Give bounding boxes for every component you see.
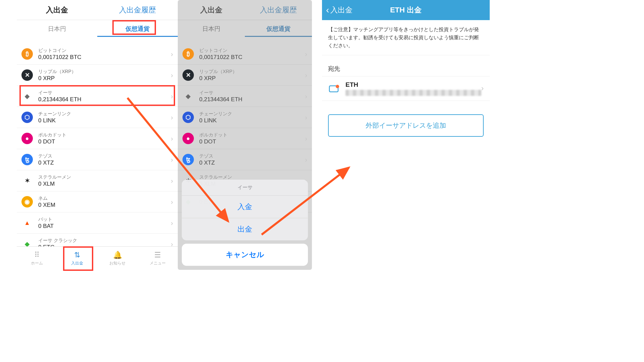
asset-amount: 0,00171022 BTC: [199, 54, 305, 61]
destination-coin: ETH: [345, 81, 481, 88]
polkadot-icon: ●: [182, 133, 194, 144]
back-label: 入出金: [330, 5, 353, 15]
nav-label: メニュー: [150, 260, 166, 266]
ethereum-icon: ◆: [182, 90, 194, 102]
tab-jpy[interactable]: 日本円: [17, 20, 97, 37]
sheet-cancel-button[interactable]: キャンセル: [182, 244, 308, 266]
asset-amount: 0 DOT: [199, 138, 305, 145]
currency-tabs: 日本円 仮想通貨: [17, 20, 178, 37]
bottom-nav: ⠿ホーム⇅入出金🔔お知らせ☰メニュー: [17, 246, 178, 270]
destination-row[interactable]: ETH ›: [322, 76, 490, 101]
nav-transfer[interactable]: ⇅入出金: [57, 247, 97, 270]
chevron-right-icon: ›: [171, 219, 173, 227]
asset-amount: 0 XTZ: [199, 160, 305, 166]
bell-icon: 🔔: [113, 251, 122, 259]
screen-action-sheet: 入出金 入出金履歴 日本円 仮想通貨 ₿ ビットコイン 0,00171022 B…: [178, 0, 312, 270]
bitcoin-icon: ₿: [21, 48, 33, 60]
asset-row-nem[interactable]: ◉ ネム 0 XEM ›: [17, 191, 178, 213]
asset-row-bat[interactable]: ▲ バット 0 BAT ›: [17, 213, 178, 234]
destination-address-redacted: [345, 90, 481, 96]
bat-icon: ▲: [21, 217, 33, 229]
chevron-right-icon: ›: [171, 71, 173, 79]
top-tabs: 入出金 入出金履歴: [178, 0, 312, 20]
asset-row-polkadot[interactable]: ● ポルカドット 0 DOT ›: [17, 128, 178, 149]
tab-jpy[interactable]: 日本円: [178, 20, 245, 37]
asset-name: チェーンリンク: [38, 111, 171, 117]
asset-name: イーサ クラシック: [38, 238, 171, 244]
asset-row-chainlink[interactable]: ⬡ チェーンリンク 0 LINK ›: [17, 107, 178, 128]
sheet-deposit-button[interactable]: 入金: [182, 196, 308, 218]
screen-eth-withdraw: ‹ 入出金 ETH 出金 【ご注意】マッチングアプリ等をきっかけとした投資トラブ…: [322, 0, 490, 270]
chevron-right-icon: ›: [481, 84, 484, 93]
add-external-address-button[interactable]: 外部イーサアドレスを追加: [328, 114, 484, 137]
asset-row-ripple[interactable]: ✕ リップル（XRP） 0 XRP ›: [178, 65, 312, 86]
chevron-right-icon: ›: [305, 114, 307, 121]
svg-point-1: [336, 85, 339, 88]
chevron-right-icon: ›: [171, 135, 173, 142]
sheet-withdraw-button[interactable]: 出金: [182, 218, 308, 240]
asset-amount: 0,00171022 BTC: [38, 54, 171, 61]
sheet-title: イーサ: [182, 180, 308, 196]
stellar-icon: ✶: [21, 175, 33, 186]
chevron-right-icon: ›: [305, 156, 307, 164]
tab-history[interactable]: 入出金履歴: [245, 5, 312, 20]
tezos-icon: ꜩ: [182, 154, 194, 165]
asset-name: ステラルーメン: [38, 174, 171, 180]
nav-home[interactable]: ⠿ホーム: [17, 247, 57, 270]
asset-row-stellar[interactable]: ✶ ステラルーメン 0 XLM ›: [17, 170, 178, 191]
asset-amount: 0 XEM: [38, 202, 171, 208]
asset-amount: 0 XRP: [199, 75, 305, 82]
chevron-right-icon: ›: [171, 198, 173, 206]
back-button[interactable]: ‹ 入出金: [326, 5, 353, 15]
asset-row-tezos[interactable]: ꜩ テゾス 0 XTZ ›: [178, 149, 312, 170]
tab-crypto[interactable]: 仮想通貨: [97, 20, 178, 37]
top-tabs: 入出金 入出金履歴: [17, 0, 178, 20]
asset-amount: 0 XRP: [38, 75, 171, 82]
asset-name: ネム: [38, 195, 171, 201]
chainlink-icon: ⬡: [182, 112, 194, 123]
asset-name: ポルカドット: [199, 132, 305, 138]
screen-asset-list: 入出金 入出金履歴 日本円 仮想通貨 ₿ ビットコイン 0,00171022 B…: [17, 0, 178, 270]
asset-amount: 0 XLM: [38, 181, 171, 187]
asset-row-chainlink[interactable]: ⬡ チェーンリンク 0 LINK ›: [178, 107, 312, 128]
asset-row-ethereum[interactable]: ◆ イーサ 0,21344364 ETH ›: [17, 86, 178, 107]
nav-bell[interactable]: 🔔お知らせ: [97, 247, 138, 270]
asset-row-tezos[interactable]: ꜩ テゾス 0 XTZ ›: [17, 149, 178, 170]
asset-row-polkadot[interactable]: ● ポルカドット 0 DOT ›: [178, 128, 312, 149]
asset-name: ビットコイン: [38, 48, 171, 54]
asset-name: イーサ: [38, 90, 171, 96]
nav-menu[interactable]: ☰メニュー: [138, 247, 178, 270]
asset-name: テゾス: [38, 153, 171, 159]
tab-deposit-withdraw[interactable]: 入出金: [17, 5, 97, 20]
asset-amount: 0,21344364 ETH: [38, 96, 171, 103]
tab-history[interactable]: 入出金履歴: [97, 5, 178, 20]
asset-amount: 0 DOT: [38, 138, 171, 145]
tab-deposit-withdraw[interactable]: 入出金: [178, 5, 245, 20]
nem-icon: ◉: [21, 196, 33, 207]
asset-amount: 0,21344364 ETH: [199, 96, 305, 103]
chevron-right-icon: ›: [305, 93, 307, 100]
asset-row-ripple[interactable]: ✕ リップル（XRP） 0 XRP ›: [17, 65, 178, 86]
chevron-left-icon: ‹: [326, 5, 329, 15]
asset-amount: 0 BAT: [38, 223, 171, 230]
ripple-icon: ✕: [21, 69, 33, 81]
asset-row-ethereum[interactable]: ◆ イーサ 0,21344364 ETH ›: [178, 86, 312, 107]
currency-tabs: 日本円 仮想通貨: [178, 20, 312, 37]
chevron-right-icon: ›: [305, 135, 307, 142]
nav-label: 入出金: [71, 260, 83, 266]
home-icon: ⠿: [34, 251, 40, 259]
tab-crypto[interactable]: 仮想通貨: [245, 20, 312, 37]
action-sheet: イーサ 入金 出金 キャンセル: [182, 180, 308, 266]
asset-name: バット: [38, 217, 171, 223]
asset-name: ビットコイン: [199, 48, 305, 54]
asset-amount: 0 LINK: [38, 117, 171, 124]
chevron-right-icon: ›: [171, 177, 173, 185]
asset-name: リップル（XRP）: [199, 69, 305, 75]
asset-name: チェーンリンク: [199, 111, 305, 117]
polkadot-icon: ●: [21, 133, 33, 144]
asset-row-bitcoin[interactable]: ₿ ビットコイン 0,00171022 BTC ›: [178, 44, 312, 65]
asset-row-bitcoin[interactable]: ₿ ビットコイン 0,00171022 BTC ›: [17, 44, 178, 65]
nav-label: ホーム: [31, 260, 43, 266]
asset-amount: 0 XTZ: [38, 160, 171, 166]
chevron-right-icon: ›: [171, 114, 173, 121]
